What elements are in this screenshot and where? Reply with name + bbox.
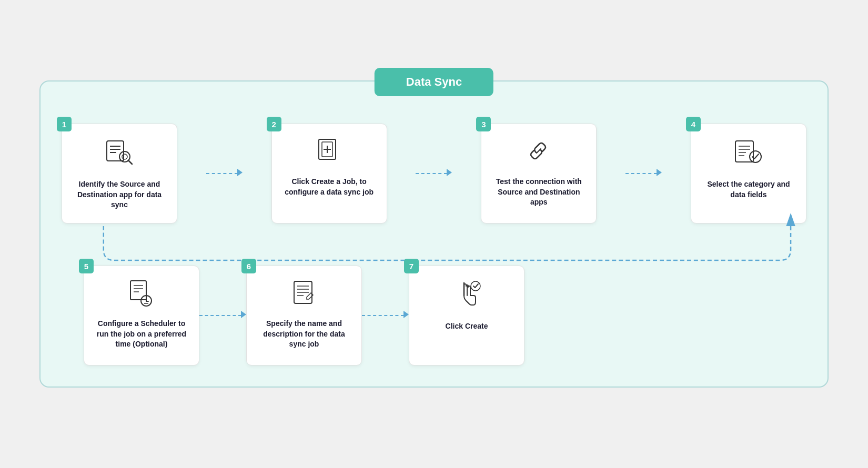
arrow-3-4 (625, 169, 662, 178)
arrow-1-2 (206, 169, 243, 178)
step-2-icon (315, 137, 344, 169)
arrow-2-3 (416, 169, 452, 178)
step-1-label: Identify the Source and Destination app … (70, 179, 168, 210)
step-1-number: 1 (57, 117, 72, 131)
step-7-icon (452, 279, 481, 314)
row-2: 5 Configure a Scheduler to run the job o… (62, 266, 806, 365)
step-1-card: 1 Identify the Source and Destination ap… (62, 124, 177, 223)
diagram-title: Data Sync (375, 68, 493, 96)
arrow-5-6 (199, 311, 246, 320)
step-6-icon (290, 279, 319, 311)
svg-rect-12 (735, 141, 753, 162)
svg-point-6 (122, 154, 127, 159)
step-6-label: Specify the name and description for the… (255, 319, 353, 350)
row-1: 1 Identify the Source and Destination ap… (62, 124, 806, 223)
step-7-number: 7 (404, 259, 419, 273)
step-1-icon (104, 137, 135, 172)
step-5-label: Configure a Scheduler to run the job on … (93, 319, 190, 350)
step-4-label: Select the category and data fields (700, 179, 798, 200)
step-7-label: Click Create (446, 321, 488, 332)
svg-line-5 (128, 160, 132, 164)
step-2-card: 2 Click Create a Job, to configure a dat… (271, 124, 387, 223)
step-5-number: 5 (79, 259, 94, 273)
step-2-label: Click Create a Job, to configure a data … (280, 177, 378, 197)
svg-point-32 (471, 281, 480, 291)
step-7-card: 7 Click Create (409, 266, 524, 365)
step-3-number: 3 (476, 117, 491, 131)
svg-line-11 (537, 149, 541, 153)
step-6-card: 6 Specify the name and description for t… (246, 266, 362, 365)
step-5-card: 5 Configure a Scheduler to run the job o… (84, 266, 199, 365)
step-3-label: Test the connection with Source and Dest… (490, 177, 588, 208)
rows-container: 1 Identify the Source and Destination ap… (62, 124, 806, 365)
connector-svg (62, 223, 806, 266)
step-4-card: 4 Select the category and data fields (691, 124, 806, 223)
step-5-icon (127, 279, 156, 311)
step-3-card: 3 Test the connection with Source and De… (481, 124, 597, 223)
arrow-6-7 (362, 311, 409, 320)
step-6-number: 6 (241, 259, 256, 273)
diagram-container: Data Sync 1 I (39, 80, 829, 388)
step-3-icon (524, 137, 553, 169)
svg-point-17 (750, 151, 761, 162)
svg-rect-0 (107, 141, 124, 161)
svg-rect-19 (130, 281, 146, 300)
step-4-number: 4 (686, 117, 701, 131)
step-4-icon (733, 137, 764, 172)
step-2-number: 2 (267, 117, 281, 131)
